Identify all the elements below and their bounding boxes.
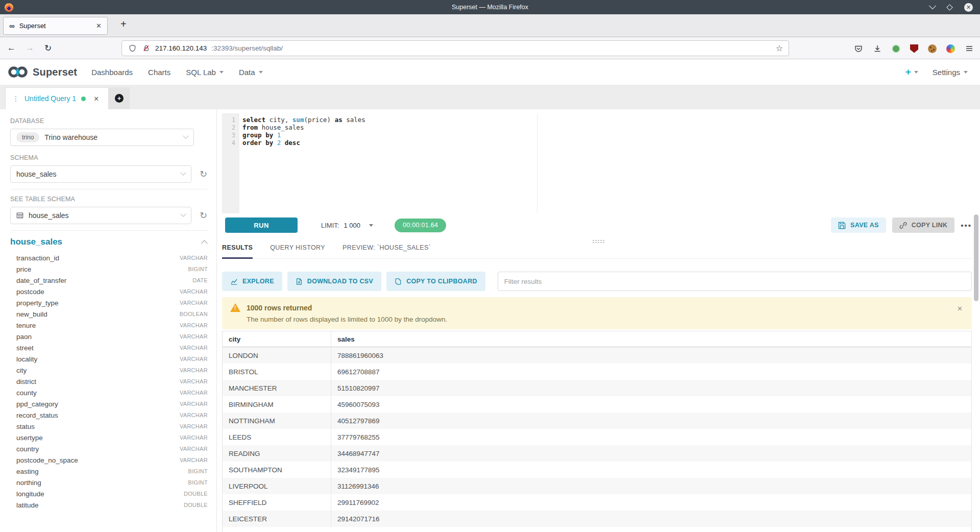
- table-column-row[interactable]: new_buildBOOLEAN: [10, 308, 208, 320]
- table-column-row[interactable]: localityVARCHAR: [10, 353, 208, 365]
- extension-green-icon[interactable]: [892, 44, 900, 53]
- collapse-chevron-up-icon[interactable]: [201, 240, 208, 247]
- table-column-row[interactable]: eastingBIGINT: [10, 466, 208, 477]
- table-column-row[interactable]: ppd_categoryVARCHAR: [10, 398, 208, 409]
- nav-item-dashboards[interactable]: Dashboards: [91, 68, 133, 77]
- refresh-table-icon[interactable]: [200, 211, 207, 220]
- caret-down-icon: [914, 71, 918, 74]
- superset-infinity-icon: [7, 65, 29, 79]
- line-number: 4: [222, 139, 235, 147]
- table-column-row[interactable]: postcodeVARCHAR: [10, 286, 208, 297]
- table-column-row[interactable]: priceBIGINT: [10, 263, 208, 275]
- forward-button[interactable]: →: [26, 43, 34, 53]
- shield-icon[interactable]: [128, 44, 137, 53]
- back-button[interactable]: ←: [7, 43, 16, 53]
- column-name: date_of_transfer: [10, 277, 66, 284]
- firefox-window: Superset — Mozilla Firefox Superset ← → …: [0, 0, 980, 532]
- cookie-extension-icon[interactable]: [928, 44, 937, 53]
- window-title: Superset — Mozilla Firefox: [0, 4, 980, 11]
- table-column-row[interactable]: streetVARCHAR: [10, 342, 208, 353]
- table-column-row[interactable]: northingBIGINT: [10, 477, 208, 488]
- query-tab[interactable]: Untitled Query 1: [5, 87, 109, 109]
- table-column-row[interactable]: statusVARCHAR: [10, 421, 208, 432]
- url-bar[interactable]: 217.160.120.143:32393/superset/sqllab/ ☆: [121, 40, 789, 56]
- table-row: LEICESTER29142071716: [223, 511, 971, 527]
- browser-tab-superset[interactable]: Superset: [3, 17, 108, 35]
- add-new-button[interactable]: +: [905, 66, 918, 78]
- button-download-to-csv[interactable]: DOWNLOAD TO CSV: [287, 272, 381, 291]
- alert-close-icon[interactable]: [957, 305, 963, 312]
- refresh-schema-icon[interactable]: [200, 170, 207, 179]
- cell-sales: 31126991346: [331, 478, 379, 494]
- column-type: BIGINT: [188, 266, 208, 272]
- downloads-icon[interactable]: [873, 44, 882, 53]
- table-column-row[interactable]: countyVARCHAR: [10, 387, 208, 398]
- code-text: group by 1: [235, 131, 281, 139]
- copy-link-button[interactable]: COPY LINK: [892, 217, 955, 233]
- tab-label: QUERY HISTORY: [270, 244, 325, 251]
- table-column-row[interactable]: cityVARCHAR: [10, 365, 208, 376]
- query-tab-close-icon[interactable]: [93, 95, 99, 103]
- table-column-row[interactable]: tenureVARCHAR: [10, 320, 208, 331]
- superset-logo[interactable]: Superset: [7, 65, 77, 79]
- window-maximize-icon[interactable]: [946, 4, 953, 11]
- more-options-button[interactable]: •••: [961, 221, 972, 230]
- new-tab-button[interactable]: [120, 18, 127, 30]
- column-header-sales[interactable]: sales: [331, 331, 355, 347]
- table-row: LIVERPOOL31126991346: [223, 478, 971, 494]
- table-column-row[interactable]: usertypeVARCHAR: [10, 432, 208, 443]
- column-name: district: [10, 378, 36, 385]
- table-column-row[interactable]: districtVARCHAR: [10, 376, 208, 387]
- cell-sales: 40512797869: [331, 413, 380, 429]
- settings-menu[interactable]: Settings: [933, 68, 968, 77]
- reload-button[interactable]: ↻: [44, 43, 52, 54]
- run-button[interactable]: RUN: [225, 217, 298, 233]
- results-tab-results[interactable]: RESULTS: [222, 244, 253, 258]
- menu-hamburger-icon[interactable]: [965, 44, 974, 53]
- schema-select[interactable]: house_sales: [10, 165, 191, 183]
- results-tab-query-history[interactable]: QUERY HISTORY: [270, 244, 325, 258]
- ublock-icon[interactable]: [910, 44, 918, 53]
- tab-label: PREVIEW: `HOUSE_SALES`: [342, 244, 431, 251]
- limit-dropdown[interactable]: LIMIT: 1 000: [321, 222, 373, 229]
- database-value: Trino warehouse: [44, 133, 97, 141]
- nav-item-data[interactable]: Data: [239, 68, 263, 77]
- window-close-icon[interactable]: [964, 3, 973, 12]
- nav-item-charts[interactable]: Charts: [148, 68, 170, 77]
- table-column-row[interactable]: countryVARCHAR: [10, 443, 208, 454]
- table-column-row[interactable]: longitudeDOUBLE: [10, 488, 208, 499]
- column-header-city[interactable]: city: [223, 331, 331, 347]
- column-type: VARCHAR: [180, 333, 208, 340]
- multicolor-extension-icon[interactable]: [946, 44, 955, 53]
- nav-item-sql-lab[interactable]: SQL Lab: [186, 68, 224, 77]
- button-copy-to-clipboard[interactable]: COPY TO CLIPBOARD: [386, 272, 485, 291]
- table-column-row[interactable]: property_typeVARCHAR: [10, 297, 208, 308]
- column-name: transaction_id: [10, 254, 59, 262]
- table-column-row[interactable]: paonVARCHAR: [10, 331, 208, 342]
- button-explore[interactable]: EXPLORE: [222, 272, 282, 291]
- table-column-row[interactable]: date_of_transferDATE: [10, 275, 208, 286]
- column-type: DATE: [192, 277, 208, 283]
- chevron-down-icon: [183, 133, 188, 139]
- results-tab-preview-house-sales[interactable]: PREVIEW: `HOUSE_SALES`: [342, 244, 431, 258]
- table-column-row[interactable]: record_statusVARCHAR: [10, 409, 208, 421]
- window-minimize-icon[interactable]: [929, 2, 936, 9]
- table-select[interactable]: house_sales: [10, 207, 191, 224]
- table-column-row[interactable]: postcode_no_spaceVARCHAR: [10, 454, 208, 466]
- add-query-tab[interactable]: [109, 87, 130, 109]
- table-column-row[interactable]: latitudeDOUBLE: [10, 499, 208, 511]
- drag-handle-icon[interactable]: [12, 94, 19, 103]
- filter-results-input[interactable]: [498, 272, 972, 291]
- tab-close-icon[interactable]: [96, 22, 102, 30]
- column-type: VARCHAR: [180, 356, 208, 362]
- scrollbar-thumb[interactable]: [974, 214, 978, 301]
- database-select[interactable]: trino Trino warehouse: [10, 129, 194, 146]
- save-as-button[interactable]: SAVE AS: [831, 217, 886, 233]
- insecure-lock-icon[interactable]: [141, 44, 151, 53]
- table-row: READING34468947747: [223, 445, 971, 462]
- bookmark-star-icon[interactable]: ☆: [776, 43, 783, 53]
- sql-editor[interactable]: 1select city, sum(price) as sales2from h…: [222, 113, 980, 213]
- table-row: BIRMINGHAM45960075093: [223, 396, 971, 413]
- table-column-row[interactable]: transaction_idVARCHAR: [10, 252, 208, 263]
- pocket-icon[interactable]: [854, 44, 863, 53]
